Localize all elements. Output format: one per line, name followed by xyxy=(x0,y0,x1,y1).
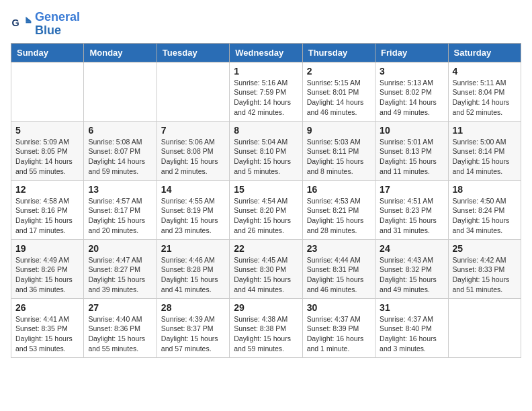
day-info: Sunrise: 5:06 AM Sunset: 8:08 PM Dayligh… xyxy=(161,137,225,177)
day-number: 26 xyxy=(15,302,79,313)
week-row-5: 26Sunrise: 4:41 AM Sunset: 8:35 PM Dayli… xyxy=(11,298,521,357)
day-number: 21 xyxy=(161,243,225,254)
day-number: 5 xyxy=(15,125,79,136)
day-number: 28 xyxy=(161,302,225,313)
calendar-cell: 17Sunrise: 4:51 AM Sunset: 8:23 PM Dayli… xyxy=(375,180,448,239)
day-number: 10 xyxy=(380,125,443,136)
calendar-cell: 27Sunrise: 4:40 AM Sunset: 8:36 PM Dayli… xyxy=(84,298,157,357)
day-info: Sunrise: 5:11 AM Sunset: 8:04 PM Dayligh… xyxy=(453,78,517,118)
calendar-cell: 7Sunrise: 5:06 AM Sunset: 8:08 PM Daylig… xyxy=(157,121,229,180)
day-info: Sunrise: 4:37 AM Sunset: 8:39 PM Dayligh… xyxy=(307,314,371,354)
day-info: Sunrise: 4:49 AM Sunset: 8:26 PM Dayligh… xyxy=(15,255,79,295)
day-info: Sunrise: 4:45 AM Sunset: 8:30 PM Dayligh… xyxy=(234,255,298,295)
day-number: 11 xyxy=(453,125,517,136)
calendar-cell: 31Sunrise: 4:37 AM Sunset: 8:40 PM Dayli… xyxy=(375,298,448,357)
calendar-cell: 2Sunrise: 5:15 AM Sunset: 8:01 PM Daylig… xyxy=(302,62,375,121)
calendar-cell: 10Sunrise: 5:01 AM Sunset: 8:13 PM Dayli… xyxy=(375,121,448,180)
day-number: 25 xyxy=(453,243,517,254)
day-info: Sunrise: 4:39 AM Sunset: 8:37 PM Dayligh… xyxy=(161,314,225,354)
day-info: Sunrise: 5:08 AM Sunset: 8:07 PM Dayligh… xyxy=(88,137,152,177)
calendar-cell: 9Sunrise: 5:03 AM Sunset: 8:11 PM Daylig… xyxy=(302,121,375,180)
page-header: G GeneralBlue xyxy=(11,11,521,38)
day-number: 8 xyxy=(234,125,298,136)
day-info: Sunrise: 5:00 AM Sunset: 8:14 PM Dayligh… xyxy=(453,137,517,177)
day-number: 31 xyxy=(380,302,443,313)
day-info: Sunrise: 5:16 AM Sunset: 7:59 PM Dayligh… xyxy=(234,78,298,118)
col-header-wednesday: Wednesday xyxy=(230,43,302,62)
day-number: 13 xyxy=(88,184,152,195)
calendar-cell xyxy=(448,298,521,357)
calendar-cell xyxy=(11,62,84,121)
day-info: Sunrise: 4:41 AM Sunset: 8:35 PM Dayligh… xyxy=(15,314,79,354)
calendar-cell: 29Sunrise: 4:38 AM Sunset: 8:38 PM Dayli… xyxy=(230,298,302,357)
calendar-cell: 25Sunrise: 4:42 AM Sunset: 8:33 PM Dayli… xyxy=(448,239,521,298)
col-header-thursday: Thursday xyxy=(302,43,375,62)
day-info: Sunrise: 4:54 AM Sunset: 8:20 PM Dayligh… xyxy=(234,196,298,236)
logo: G GeneralBlue xyxy=(11,11,80,38)
day-number: 29 xyxy=(234,302,298,313)
calendar-cell: 15Sunrise: 4:54 AM Sunset: 8:20 PM Dayli… xyxy=(230,180,302,239)
day-info: Sunrise: 4:57 AM Sunset: 8:17 PM Dayligh… xyxy=(88,196,152,236)
logo-text: GeneralBlue xyxy=(35,11,80,38)
calendar-cell: 18Sunrise: 4:50 AM Sunset: 8:24 PM Dayli… xyxy=(448,180,521,239)
week-row-3: 12Sunrise: 4:58 AM Sunset: 8:16 PM Dayli… xyxy=(11,180,521,239)
day-number: 3 xyxy=(380,66,443,77)
day-info: Sunrise: 4:38 AM Sunset: 8:38 PM Dayligh… xyxy=(234,314,298,354)
day-number: 20 xyxy=(88,243,152,254)
day-number: 15 xyxy=(234,184,298,195)
calendar-cell: 8Sunrise: 5:04 AM Sunset: 8:10 PM Daylig… xyxy=(230,121,302,180)
day-number: 23 xyxy=(307,243,371,254)
days-header-row: SundayMondayTuesdayWednesdayThursdayFrid… xyxy=(11,43,521,62)
day-info: Sunrise: 4:37 AM Sunset: 8:40 PM Dayligh… xyxy=(380,314,443,354)
day-info: Sunrise: 5:01 AM Sunset: 8:13 PM Dayligh… xyxy=(380,137,443,177)
calendar-cell: 4Sunrise: 5:11 AM Sunset: 8:04 PM Daylig… xyxy=(448,62,521,121)
svg-text:G: G xyxy=(12,17,19,28)
calendar-cell xyxy=(157,62,229,121)
day-number: 18 xyxy=(453,184,517,195)
calendar-cell: 14Sunrise: 4:55 AM Sunset: 8:19 PM Dayli… xyxy=(157,180,229,239)
week-row-2: 5Sunrise: 5:09 AM Sunset: 8:05 PM Daylig… xyxy=(11,121,521,180)
calendar-cell: 16Sunrise: 4:53 AM Sunset: 8:21 PM Dayli… xyxy=(302,180,375,239)
calendar-cell: 1Sunrise: 5:16 AM Sunset: 7:59 PM Daylig… xyxy=(230,62,302,121)
day-number: 4 xyxy=(453,66,517,77)
calendar-cell: 3Sunrise: 5:13 AM Sunset: 8:02 PM Daylig… xyxy=(375,62,448,121)
day-number: 9 xyxy=(307,125,371,136)
day-number: 12 xyxy=(15,184,79,195)
svg-rect-3 xyxy=(26,21,31,23)
day-info: Sunrise: 4:55 AM Sunset: 8:19 PM Dayligh… xyxy=(161,196,225,236)
day-info: Sunrise: 4:42 AM Sunset: 8:33 PM Dayligh… xyxy=(453,255,517,295)
day-info: Sunrise: 5:15 AM Sunset: 8:01 PM Dayligh… xyxy=(307,78,371,118)
calendar-cell: 28Sunrise: 4:39 AM Sunset: 8:37 PM Dayli… xyxy=(157,298,229,357)
calendar-cell: 13Sunrise: 4:57 AM Sunset: 8:17 PM Dayli… xyxy=(84,180,157,239)
calendar-cell: 24Sunrise: 4:43 AM Sunset: 8:32 PM Dayli… xyxy=(375,239,448,298)
day-info: Sunrise: 5:04 AM Sunset: 8:10 PM Dayligh… xyxy=(234,137,298,177)
day-info: Sunrise: 4:44 AM Sunset: 8:31 PM Dayligh… xyxy=(307,255,371,295)
day-info: Sunrise: 4:47 AM Sunset: 8:27 PM Dayligh… xyxy=(88,255,152,295)
col-header-monday: Monday xyxy=(84,43,157,62)
day-number: 30 xyxy=(307,302,371,313)
col-header-sunday: Sunday xyxy=(11,43,84,62)
day-number: 2 xyxy=(307,66,371,77)
week-row-1: 1Sunrise: 5:16 AM Sunset: 7:59 PM Daylig… xyxy=(11,62,521,121)
day-number: 6 xyxy=(88,125,152,136)
week-row-4: 19Sunrise: 4:49 AM Sunset: 8:26 PM Dayli… xyxy=(11,239,521,298)
day-info: Sunrise: 4:43 AM Sunset: 8:32 PM Dayligh… xyxy=(380,255,443,295)
day-info: Sunrise: 5:13 AM Sunset: 8:02 PM Dayligh… xyxy=(380,78,443,118)
day-info: Sunrise: 4:40 AM Sunset: 8:36 PM Dayligh… xyxy=(88,314,152,354)
day-info: Sunrise: 4:50 AM Sunset: 8:24 PM Dayligh… xyxy=(453,196,517,236)
day-number: 14 xyxy=(161,184,225,195)
calendar-cell: 20Sunrise: 4:47 AM Sunset: 8:27 PM Dayli… xyxy=(84,239,157,298)
day-info: Sunrise: 5:09 AM Sunset: 8:05 PM Dayligh… xyxy=(15,137,79,177)
col-header-friday: Friday xyxy=(375,43,448,62)
day-number: 1 xyxy=(234,66,298,77)
calendar-cell: 30Sunrise: 4:37 AM Sunset: 8:39 PM Dayli… xyxy=(302,298,375,357)
day-number: 27 xyxy=(88,302,152,313)
calendar-cell: 23Sunrise: 4:44 AM Sunset: 8:31 PM Dayli… xyxy=(302,239,375,298)
calendar-cell: 6Sunrise: 5:08 AM Sunset: 8:07 PM Daylig… xyxy=(84,121,157,180)
calendar-cell xyxy=(84,62,157,121)
logo-icon: G xyxy=(11,13,32,35)
day-info: Sunrise: 4:46 AM Sunset: 8:28 PM Dayligh… xyxy=(161,255,225,295)
calendar-cell: 19Sunrise: 4:49 AM Sunset: 8:26 PM Dayli… xyxy=(11,239,84,298)
col-header-tuesday: Tuesday xyxy=(157,43,229,62)
day-number: 7 xyxy=(161,125,225,136)
